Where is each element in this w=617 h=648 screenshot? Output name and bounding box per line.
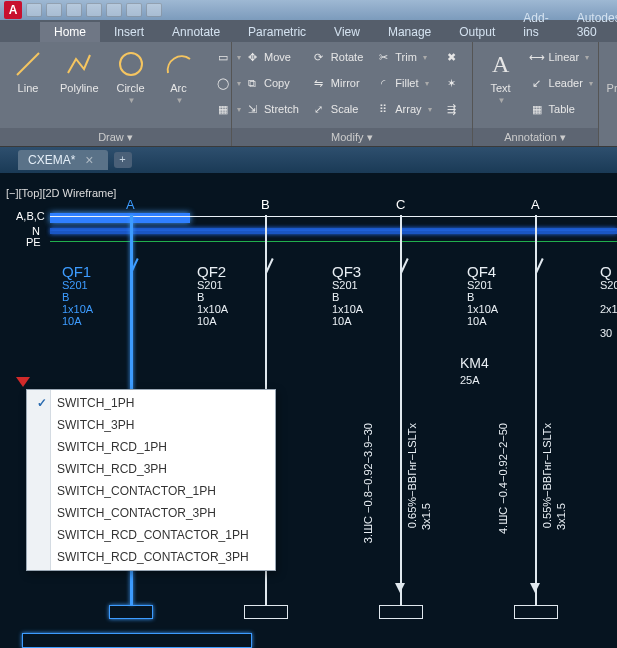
- rotate-button[interactable]: ⟳Rotate: [307, 46, 367, 68]
- move-button[interactable]: ✥Move: [240, 46, 303, 68]
- qat-open-icon[interactable]: [46, 3, 62, 17]
- panel-annotation-title[interactable]: Annotation ▾: [473, 128, 598, 146]
- switch-qf4-icon[interactable]: [527, 253, 545, 279]
- tab-insert[interactable]: Insert: [100, 22, 158, 42]
- panel-modify-title[interactable]: Modify ▾: [232, 128, 472, 146]
- offset-button[interactable]: ⇶: [440, 98, 464, 120]
- copy-button[interactable]: ⧉Copy: [240, 72, 303, 94]
- line-icon: [12, 48, 44, 80]
- array-button[interactable]: ⠿Array▾: [371, 98, 435, 120]
- rect-icon: ▭: [215, 49, 231, 65]
- svg-point-1: [120, 53, 142, 75]
- text-icon: A: [485, 48, 517, 80]
- offset-icon: ⇶: [444, 101, 460, 117]
- line-button[interactable]: Line: [8, 46, 48, 96]
- bottom-panel-box[interactable]: [22, 633, 252, 648]
- qf3-label: QF3 S201 B 1x10A 10A: [332, 265, 363, 327]
- polyline-button[interactable]: Polyline: [56, 46, 103, 96]
- qf1-label: QF1 S201 B 1x10A 10A: [62, 265, 93, 327]
- phase-a1: A: [126, 197, 135, 212]
- bus-abc[interactable]: [50, 216, 617, 217]
- phase-c: C: [396, 197, 405, 212]
- bus-pe[interactable]: [50, 241, 617, 242]
- menu-switch-rcd-contactor-1ph[interactable]: SWITCH_RCD_CONTACTOR_1PH: [29, 524, 273, 546]
- qf5-label: Q S202/DDA 2x1 30: [600, 265, 617, 339]
- add-tab-button[interactable]: +: [114, 152, 132, 168]
- table-button[interactable]: ▦Table: [525, 98, 597, 120]
- close-tab-icon[interactable]: ×: [85, 155, 93, 165]
- tab-home[interactable]: Home: [40, 22, 100, 42]
- qat-redo-icon[interactable]: [146, 3, 162, 17]
- load-qf4[interactable]: [514, 605, 558, 619]
- menu-switch-rcd-contactor-3ph[interactable]: SWITCH_RCD_CONTACTOR_3PH: [29, 546, 273, 568]
- mirror-button[interactable]: ⇋Mirror: [307, 72, 367, 94]
- array-icon: ⠿: [375, 101, 391, 117]
- qat-saveas-icon[interactable]: [86, 3, 102, 17]
- text-button[interactable]: A Text▼: [481, 46, 521, 107]
- menu-switch-rcd-3ph[interactable]: SWITCH_RCD_3PH: [29, 458, 273, 480]
- bus-selected[interactable]: [50, 213, 190, 223]
- scale-button[interactable]: ⤢Scale: [307, 98, 367, 120]
- linear-icon: ⟷: [529, 49, 545, 65]
- arc-label: Arc: [170, 82, 187, 94]
- svg-line-0: [17, 53, 39, 75]
- circle-button[interactable]: Circle▼: [111, 46, 151, 107]
- switch-qf2-icon[interactable]: [257, 253, 275, 279]
- tab-annotate[interactable]: Annotate: [158, 22, 234, 42]
- tab-addins[interactable]: Add-ins: [509, 8, 562, 42]
- circle-icon: [115, 48, 147, 80]
- arrow-qf4: [530, 583, 540, 593]
- view-label[interactable]: [−][Top][2D Wireframe]: [6, 187, 116, 199]
- arc-button[interactable]: Arc▼: [159, 46, 199, 107]
- load-qf1[interactable]: [109, 605, 153, 619]
- cable3-cable: 0.65%−ВВГнг−LSLTx: [406, 423, 418, 528]
- bus-pe-label: PE: [26, 236, 41, 248]
- cable4-cable: 0.55%−ВВГнг−LSLTx: [541, 423, 553, 528]
- hatch-icon: ▦: [215, 101, 231, 117]
- tab-parametric[interactable]: Parametric: [234, 22, 320, 42]
- error-marker-icon[interactable]: [16, 377, 30, 387]
- explode-button[interactable]: ✶: [440, 72, 464, 94]
- stretch-button[interactable]: ⇲Stretch: [240, 98, 303, 120]
- tab-autodesk360[interactable]: Autodesk 360: [563, 8, 617, 42]
- app-logo[interactable]: A: [4, 1, 22, 19]
- bus-abc-label: A,B,C: [16, 210, 45, 222]
- load-qf2[interactable]: [244, 605, 288, 619]
- trim-button[interactable]: ✂Trim▾: [371, 46, 435, 68]
- fillet-icon: ◜: [375, 75, 391, 91]
- ribbon-tabstrip: Home Insert Annotate Parametric View Man…: [0, 20, 617, 42]
- qat-undo-icon[interactable]: [126, 3, 142, 17]
- bus-n2[interactable]: [50, 231, 617, 234]
- menu-switch-contactor-3ph[interactable]: SWITCH_CONTACTOR_3PH: [29, 502, 273, 524]
- cable3-size: 3x1.5: [420, 503, 432, 530]
- tab-output[interactable]: Output: [445, 22, 509, 42]
- document-tab[interactable]: CXEMA* ×: [18, 150, 108, 170]
- leader-button[interactable]: ↙Leader▾: [525, 72, 597, 94]
- move-icon: ✥: [244, 49, 260, 65]
- stretch-icon: ⇲: [244, 101, 260, 117]
- fillet-button[interactable]: ◜Fillet▾: [371, 72, 435, 94]
- qat-new-icon[interactable]: [26, 3, 42, 17]
- erase-button[interactable]: ✖: [440, 46, 464, 68]
- switch-qf1-icon[interactable]: [122, 253, 140, 279]
- menu-switch-3ph[interactable]: SWITCH_3PH: [29, 414, 273, 436]
- trim-icon: ✂: [375, 49, 391, 65]
- menu-switch-1ph[interactable]: SWITCH_1PH: [29, 392, 273, 414]
- menu-switch-rcd-1ph[interactable]: SWITCH_RCD_1PH: [29, 436, 273, 458]
- qat-plot-icon[interactable]: [106, 3, 122, 17]
- tab-view[interactable]: View: [320, 22, 374, 42]
- polyline-icon: [63, 48, 95, 80]
- circle-label: Circle: [116, 82, 144, 94]
- load-qf3[interactable]: [379, 605, 423, 619]
- scale-icon: ⤢: [311, 101, 327, 117]
- switch-qf3-icon[interactable]: [392, 253, 410, 279]
- menu-switch-contactor-1ph[interactable]: SWITCH_CONTACTOR_1PH: [29, 480, 273, 502]
- polyline-label: Polyline: [60, 82, 99, 94]
- linear-button[interactable]: ⟷Linear▾: [525, 46, 597, 68]
- qat-save-icon[interactable]: [66, 3, 82, 17]
- drawing-canvas[interactable]: [−][Top][2D Wireframe] A,B,C N PE A B C …: [0, 173, 617, 648]
- rotate-icon: ⟳: [311, 49, 327, 65]
- tab-manage[interactable]: Manage: [374, 22, 445, 42]
- table-icon: ▦: [529, 101, 545, 117]
- panel-draw-title[interactable]: Draw ▾: [0, 128, 231, 146]
